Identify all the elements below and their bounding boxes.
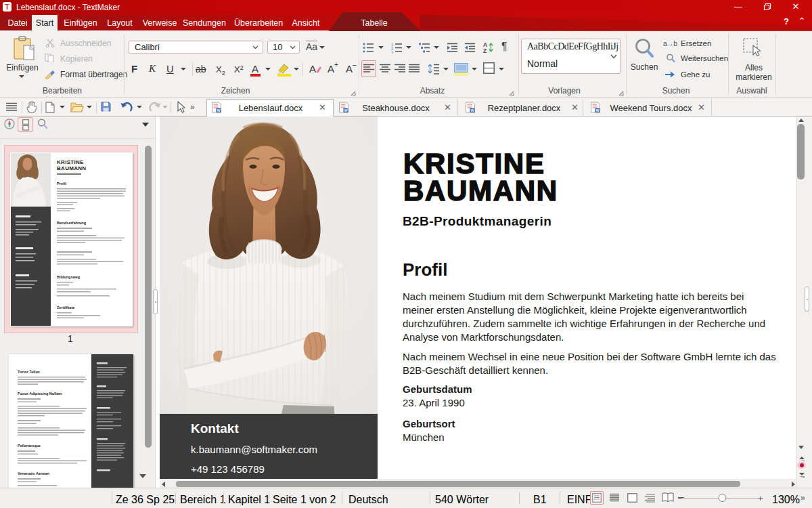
svg-text:Zertifikate: Zertifikate bbox=[57, 305, 74, 310]
svg-text:Z: Z bbox=[483, 47, 487, 54]
svg-text:BAUMANN: BAUMANN bbox=[57, 165, 86, 171]
svg-text:Berufserfahrung: Berufserfahrung bbox=[57, 221, 86, 225]
svg-text:W: W bbox=[596, 108, 600, 112]
svg-text:Bildungsweg: Bildungsweg bbox=[57, 275, 80, 279]
svg-text:W: W bbox=[471, 108, 475, 112]
svg-text:W: W bbox=[344, 108, 348, 112]
svg-text:Fusce Adipiscing Nullam: Fusce Adipiscing Nullam bbox=[18, 391, 62, 396]
svg-text:Pellentesque: Pellentesque bbox=[18, 444, 41, 448]
svg-text:3: 3 bbox=[391, 51, 394, 54]
svg-text:W: W bbox=[217, 108, 221, 112]
svg-text:Venenatis Aenean: Venenatis Aenean bbox=[18, 471, 50, 475]
svg-text:Profil: Profil bbox=[57, 182, 67, 186]
svg-text:Tortor Tellus: Tortor Tellus bbox=[18, 370, 40, 374]
svg-text:KRISTINE: KRISTINE bbox=[57, 159, 84, 165]
